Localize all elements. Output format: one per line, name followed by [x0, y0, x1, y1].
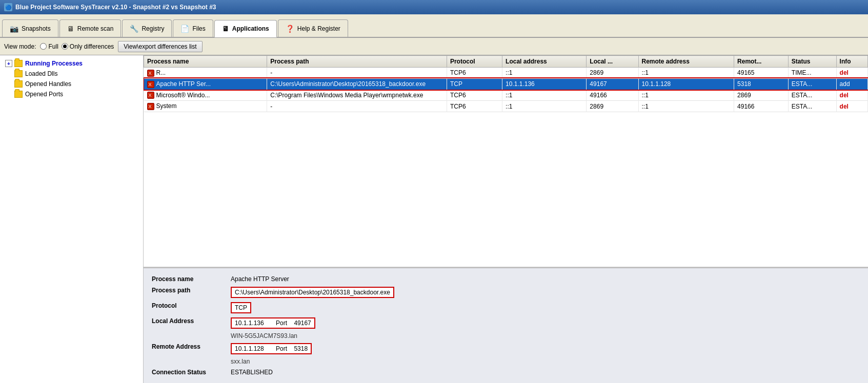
sidebar-item-opened-ports[interactable]: Opened Ports	[3, 89, 140, 99]
cell-local-port: 49166	[587, 90, 638, 101]
cell-local-address: ::1	[502, 101, 587, 112]
process-icon	[147, 70, 154, 77]
cell-status: ESTA...	[788, 101, 836, 112]
cell-remote-port: 49165	[734, 68, 789, 79]
detail-remote-address-box: 10.1.1.128 Port 5318	[231, 343, 312, 354]
detail-protocol-label: Protocol	[152, 301, 229, 314]
col-process-path[interactable]: Process path	[267, 56, 447, 68]
cell-process-path: C:\Program Files\Windows Media Player\wm…	[267, 90, 447, 101]
sidebar-item-opened-handles[interactable]: Opened Handles	[3, 79, 140, 89]
cell-process-path: -	[267, 68, 447, 79]
detail-local-address-box: 10.1.1.136 Port 49167	[231, 317, 315, 329]
tab-snapshots[interactable]: 📷 Snapshots	[2, 19, 58, 37]
radio-full[interactable]: Full	[40, 43, 58, 50]
detail-connection-status-value: ESTABLISHED	[229, 368, 860, 377]
cell-info: del	[836, 101, 867, 112]
radio-only-differences-circle[interactable]	[62, 43, 68, 50]
col-remote-port[interactable]: Remot...	[734, 56, 789, 68]
table-row[interactable]: R...-TCP6::12869::149165TIME...del	[144, 68, 868, 79]
col-process-name[interactable]: Process name	[144, 56, 267, 68]
process-table[interactable]: Process name Process path Protocol Local…	[144, 55, 868, 268]
cell-protocol: TCP	[447, 78, 502, 90]
toolbar: View mode: Full Only differences View\ex…	[0, 38, 868, 55]
detail-process-path-label: Process path	[152, 286, 229, 299]
registry-icon: 🔧	[130, 25, 138, 33]
detail-protocol-box: TCP	[231, 302, 251, 313]
cell-process-path: -	[267, 101, 447, 112]
col-status[interactable]: Status	[788, 56, 836, 68]
help-icon: ❓	[286, 25, 294, 33]
detail-remote-hostname-label	[152, 357, 229, 366]
cell-remote-address: 10.1.1.128	[638, 78, 734, 90]
title-bar: 🔵 Blue Project Software SysTracer v2.10 …	[0, 0, 868, 14]
detail-process-name-label: Process name	[152, 274, 229, 284]
cell-protocol: TCP6	[447, 101, 502, 112]
view-export-button[interactable]: View\export differences list	[118, 41, 202, 52]
sidebar-item-loaded-dlls[interactable]: Loaded Dlls	[3, 69, 140, 79]
col-local-port[interactable]: Local ...	[587, 56, 638, 68]
table-header-row: Process name Process path Protocol Local…	[144, 56, 868, 68]
tab-help[interactable]: ❓ Help & Register	[278, 19, 348, 37]
detail-process-name-value: Apache HTTP Server	[229, 274, 860, 284]
files-icon: 📄	[180, 25, 189, 33]
expand-icon-running-processes[interactable]: +	[5, 60, 12, 67]
cell-protocol: TCP6	[447, 68, 502, 79]
col-info[interactable]: Info	[836, 56, 867, 68]
table-body: R...-TCP6::12869::149165TIME...delApache…	[144, 68, 868, 112]
detail-process-path-box: C:\Users\Administrator\Desktop\20165318_…	[231, 287, 394, 298]
cell-status: ESTA...	[788, 78, 836, 90]
tab-applications[interactable]: 🖥 Applications	[214, 20, 277, 37]
folder-icon-running-processes	[14, 60, 23, 67]
cell-local-port: 49167	[587, 78, 638, 90]
cell-process-path: C:\Users\Administrator\Desktop\20165318_…	[267, 78, 447, 90]
cell-info: del	[836, 68, 867, 79]
col-protocol[interactable]: Protocol	[447, 56, 502, 68]
cell-process-name: Microsoft® Windo...	[144, 90, 267, 101]
view-mode-label: View mode:	[4, 43, 36, 50]
table-row[interactable]: Apache HTTP Ser...C:\Users\Administrator…	[144, 78, 868, 90]
radio-only-differences[interactable]: Only differences	[62, 43, 114, 50]
cell-remote-port: 49166	[734, 101, 789, 112]
cell-local-port: 2869	[587, 68, 638, 79]
detail-connection-status-label: Connection Status	[152, 368, 229, 377]
detail-panel: Process name Apache HTTP Server Process …	[144, 268, 868, 383]
detail-remote-address-label: Remote Address	[152, 342, 229, 355]
process-icon	[147, 103, 154, 110]
cell-info: add	[836, 78, 867, 90]
cell-local-address: ::1	[502, 90, 587, 101]
detail-local-address-label: Local Address	[152, 316, 229, 330]
cell-local-address: 10.1.1.136	[502, 78, 587, 90]
radio-full-circle[interactable]	[40, 43, 47, 50]
detail-remote-address-value: 10.1.1.128 Port 5318	[229, 342, 860, 355]
detail-grid: Process name Apache HTTP Server Process …	[152, 274, 860, 377]
cell-process-name: R...	[144, 68, 267, 79]
cell-process-name: System	[144, 101, 267, 112]
sidebar-item-running-processes[interactable]: + Running Processes	[3, 58, 140, 69]
tab-remote-scan[interactable]: 🖥 Remote scan	[59, 19, 122, 37]
col-remote-address[interactable]: Remote address	[638, 56, 734, 68]
cell-info: del	[836, 90, 867, 101]
snapshots-icon: 📷	[10, 25, 18, 33]
detail-protocol-value: TCP	[229, 301, 860, 314]
detail-process-path-value: C:\Users\Administrator\Desktop\20165318_…	[229, 286, 860, 299]
table-row[interactable]: System-TCP6::12869::149166ESTA...del	[144, 101, 868, 112]
detail-local-hostname: WIN-5G5JACM7S93.lan	[229, 332, 860, 340]
table-row[interactable]: Microsoft® Windo...C:\Program Files\Wind…	[144, 90, 868, 101]
col-local-address[interactable]: Local address	[502, 56, 587, 68]
sidebar: + Running Processes Loaded Dlls Opened H…	[0, 55, 144, 383]
cell-status: ESTA...	[788, 90, 836, 101]
cell-process-name: Apache HTTP Ser...	[144, 78, 267, 90]
cell-status: TIME...	[788, 68, 836, 79]
applications-icon: 🖥	[222, 25, 229, 33]
cell-remote-address: ::1	[638, 68, 734, 79]
tab-registry[interactable]: 🔧 Registry	[122, 19, 172, 37]
cell-local-port: 2869	[587, 101, 638, 112]
cell-remote-address: ::1	[638, 101, 734, 112]
detail-local-address-value: 10.1.1.136 Port 49167	[229, 316, 860, 330]
process-icon	[147, 92, 154, 99]
app-icon: 🔵	[4, 3, 12, 11]
detail-remote-hostname: sxx.lan	[229, 357, 860, 366]
tab-files[interactable]: 📄 Files	[173, 19, 213, 37]
radio-group-view-mode: Full Only differences	[40, 43, 114, 50]
folder-icon-loaded-dlls	[14, 70, 23, 77]
